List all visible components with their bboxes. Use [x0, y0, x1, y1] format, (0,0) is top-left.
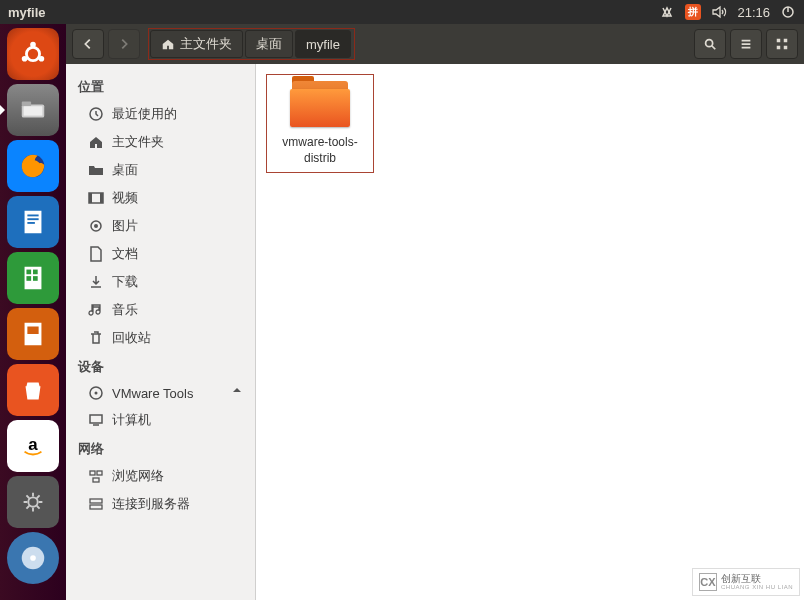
svg-rect-28: [784, 46, 788, 50]
svg-rect-31: [89, 193, 92, 203]
section-title-network: 网络: [66, 434, 255, 462]
launcher-firefox[interactable]: [7, 140, 59, 192]
svg-point-1: [26, 47, 39, 60]
power-icon[interactable]: [780, 4, 796, 20]
svg-point-21: [28, 497, 37, 506]
doc-icon: [88, 246, 104, 262]
svg-rect-37: [90, 415, 102, 423]
svg-text:a: a: [28, 435, 38, 454]
sidebar-item-documents[interactable]: 文档: [66, 240, 255, 268]
launcher-dash[interactable]: [7, 28, 59, 80]
sidebar-item-label: 计算机: [112, 411, 151, 429]
svg-rect-39: [97, 471, 102, 475]
svg-rect-10: [27, 215, 38, 217]
path-segment-home[interactable]: 主文件夹: [150, 30, 243, 58]
svg-rect-17: [33, 276, 38, 281]
disc-icon: [88, 385, 104, 401]
svg-rect-42: [90, 505, 102, 509]
svg-rect-40: [93, 478, 99, 482]
watermark-brand: 创新互联: [721, 574, 793, 584]
volume-icon[interactable]: [711, 4, 727, 20]
svg-rect-6: [22, 102, 31, 107]
launcher-settings[interactable]: [7, 476, 59, 528]
svg-rect-14: [26, 270, 31, 275]
svg-rect-26: [784, 39, 788, 43]
svg-rect-27: [777, 46, 781, 50]
sidebar-item-label: 视频: [112, 189, 138, 207]
sidebar-item-label: 回收站: [112, 329, 151, 347]
ime-indicator[interactable]: 拼: [685, 4, 701, 20]
sidebar-item-label: 连接到服务器: [112, 495, 190, 513]
path-segment-label: 桌面: [256, 35, 282, 53]
grid-view-button[interactable]: [766, 29, 798, 59]
launcher-calc[interactable]: [7, 252, 59, 304]
sidebar-item-recent[interactable]: 最近使用的: [66, 100, 255, 128]
home-icon: [161, 37, 175, 51]
sidebar-item-vmware-tools[interactable]: VMware Tools: [66, 380, 255, 406]
path-segment-desktop[interactable]: 桌面: [245, 30, 293, 58]
places-sidebar: 位置 最近使用的 主文件夹 桌面 视频 图片 文档 下载 音乐 回收站 设备 V…: [66, 64, 256, 600]
svg-rect-16: [26, 276, 31, 281]
sidebar-item-label: 浏览网络: [112, 467, 164, 485]
sidebar-item-label: 文档: [112, 245, 138, 263]
folder-item[interactable]: vmware-tools-distrib: [266, 74, 374, 173]
svg-point-3: [39, 56, 45, 62]
clock[interactable]: 21:16: [737, 5, 770, 20]
svg-rect-41: [90, 499, 102, 503]
svg-point-36: [95, 392, 98, 395]
sidebar-item-videos[interactable]: 视频: [66, 184, 255, 212]
search-button[interactable]: [694, 29, 726, 59]
sidebar-item-home[interactable]: 主文件夹: [66, 128, 255, 156]
path-bar: 主文件夹 桌面 myfile: [148, 28, 355, 60]
icon-view[interactable]: vmware-tools-distrib: [256, 64, 804, 600]
svg-rect-19: [27, 327, 38, 335]
folder-icon: [288, 81, 352, 129]
launcher-writer[interactable]: [7, 196, 59, 248]
sidebar-item-trash[interactable]: 回收站: [66, 324, 255, 352]
nav-back-button[interactable]: [72, 29, 104, 59]
launcher-impress[interactable]: [7, 308, 59, 360]
download-icon: [88, 274, 104, 290]
launcher-software[interactable]: [7, 364, 59, 416]
path-segment-current[interactable]: myfile: [295, 30, 351, 58]
network-icon: [88, 468, 104, 484]
launcher-amazon[interactable]: a: [7, 420, 59, 472]
launcher-disc[interactable]: [7, 532, 59, 584]
svg-point-23: [30, 555, 36, 561]
svg-point-4: [22, 56, 28, 62]
nav-forward-button[interactable]: [108, 29, 140, 59]
sidebar-item-label: 音乐: [112, 301, 138, 319]
launcher-files[interactable]: [7, 84, 59, 136]
sidebar-item-label: 图片: [112, 217, 138, 235]
view-menu-button[interactable]: [730, 29, 762, 59]
sidebar-item-music[interactable]: 音乐: [66, 296, 255, 324]
sidebar-item-label: 下载: [112, 273, 138, 291]
sidebar-item-desktop[interactable]: 桌面: [66, 156, 255, 184]
section-title-places: 位置: [66, 72, 255, 100]
eject-button[interactable]: [231, 386, 243, 401]
svg-rect-25: [777, 39, 781, 43]
unity-launcher: a: [0, 24, 66, 600]
svg-rect-32: [100, 193, 103, 203]
trash-icon: [88, 330, 104, 346]
sidebar-item-downloads[interactable]: 下载: [66, 268, 255, 296]
window-body: 位置 最近使用的 主文件夹 桌面 视频 图片 文档 下载 音乐 回收站 设备 V…: [66, 64, 804, 600]
section-title-devices: 设备: [66, 352, 255, 380]
svg-rect-38: [90, 471, 95, 475]
sidebar-item-connect-server[interactable]: 连接到服务器: [66, 490, 255, 518]
watermark: CX 创新互联 CHUANG XIN HU LIAN: [692, 568, 800, 596]
svg-point-2: [30, 42, 36, 48]
computer-icon: [88, 412, 104, 428]
svg-rect-7: [24, 106, 43, 115]
toolbar: 主文件夹 桌面 myfile: [66, 24, 804, 64]
sidebar-item-pictures[interactable]: 图片: [66, 212, 255, 240]
indicator-area: 拼 21:16: [659, 4, 796, 20]
sidebar-item-label: 桌面: [112, 161, 138, 179]
clock-icon: [88, 106, 104, 122]
path-segment-label: myfile: [306, 37, 340, 52]
network-icon[interactable]: [659, 4, 675, 20]
sidebar-item-computer[interactable]: 计算机: [66, 406, 255, 434]
file-manager-window: 主文件夹 桌面 myfile 位置 最近使用的 主文件夹 桌面 视频 图片 文档…: [66, 24, 804, 600]
svg-rect-15: [33, 270, 38, 275]
sidebar-item-browse-network[interactable]: 浏览网络: [66, 462, 255, 490]
